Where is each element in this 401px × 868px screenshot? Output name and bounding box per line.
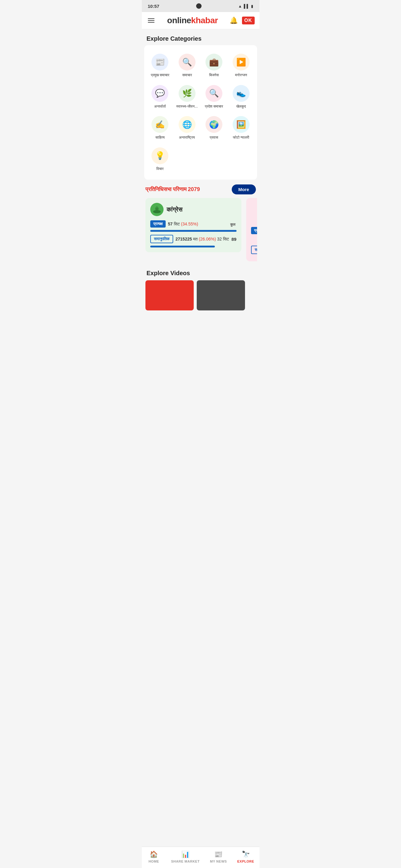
category-label-cat-9: साहित्य: [155, 135, 165, 140]
category-item-cat-3[interactable]: 💼 बिजनेस: [201, 50, 228, 82]
category-icon-cat-4: ▶️: [233, 54, 250, 70]
second-pratyaksha-row: प्रत्यक्ष: [251, 227, 257, 234]
category-icon-cat-7: 🔍: [205, 85, 222, 102]
category-label-cat-5: अन्तर्वार्ता: [154, 104, 166, 109]
ok-badge[interactable]: OK: [242, 17, 255, 24]
svg-point-1: [153, 210, 161, 213]
header-actions: 🔔 OK: [230, 17, 255, 24]
category-item-cat-13[interactable]: 💡 विचार: [147, 144, 174, 175]
samanupratik-bar: [150, 246, 215, 247]
main-content: Explore Categories 📰 प्रमुख समाचार 🔍 समा…: [142, 29, 259, 335]
second-pratyaksha-badge: प्रत्यक्ष: [251, 227, 257, 234]
samanupratik-total: 89: [231, 237, 236, 242]
category-label-cat-2: समाचार: [182, 73, 192, 78]
category-item-cat-1[interactable]: 📰 प्रमुख समाचार: [147, 50, 174, 82]
hamburger-menu[interactable]: [147, 17, 156, 24]
category-item-cat-12[interactable]: 🖼️ फोटो ग्यालरी: [228, 113, 255, 144]
category-label-cat-11: प्रवास: [210, 135, 218, 140]
more-button[interactable]: More: [232, 184, 256, 194]
election-title-pre: प्रतिनिधिसभा परिणाम: [145, 186, 188, 192]
video-thumbnails[interactable]: [142, 280, 259, 310]
category-label-cat-1: प्रमुख समाचार: [151, 73, 169, 78]
category-icon-cat-2: 🔍: [179, 54, 196, 70]
category-item-cat-8[interactable]: 👟 खेलकुद: [228, 82, 255, 113]
category-icon-cat-5: 💬: [151, 85, 168, 102]
category-label-cat-6: स्वास्थ्य-जीवन...: [176, 104, 198, 109]
samanupratik-badge: समानुपतिक: [150, 235, 173, 243]
status-time: 10:57: [148, 4, 159, 9]
samanupratik-text: 2715225 मत (26.06%) 32 सिट: [176, 237, 229, 242]
election-section: प्रतिनिधिसभा परिणाम 2079 More: [144, 184, 257, 261]
category-label-cat-3: बिजनेस: [209, 73, 219, 78]
logo-khabar: khabar: [191, 16, 218, 25]
pratyaksha-seats-text: 57 सिट (34.55%): [168, 221, 228, 227]
category-label-cat-12: फोटो ग्यालरी: [233, 135, 249, 140]
party-name-row: कांग्रेस: [150, 203, 236, 216]
election-title: प्रतिनिधिसभा परिणाम 2079: [145, 186, 200, 193]
category-icon-cat-3: 💼: [205, 54, 222, 70]
category-icon-cat-8: 👟: [233, 85, 250, 102]
samanupratik-row: समानुपतिक 2715225 मत (26.06%) 32 सिट 89: [150, 235, 236, 243]
second-samanupratik-row: समानुपतिक: [251, 246, 257, 254]
congress-logo: [150, 203, 164, 216]
category-label-cat-13: विचार: [156, 167, 164, 172]
explore-categories-section: Explore Categories 📰 प्रमुख समाचार 🔍 समा…: [142, 29, 259, 180]
video-thumb-2[interactable]: [197, 280, 245, 310]
battery-icon: ▮: [251, 4, 253, 8]
categories-grid: 📰 प्रमुख समाचार 🔍 समाचार 💼 बिजनेस ▶️ मनो…: [144, 45, 257, 180]
status-icons: ▲ ▌▌ ▮: [238, 4, 253, 8]
pratyaksha-badge: प्रत्यक्ष: [150, 220, 166, 227]
congress-party-card: कांग्रेस प्रत्यक्ष 57 सिट (34.55%) कुल स: [145, 198, 241, 252]
second-samanupratik-badge: समानुपतिक: [251, 246, 257, 254]
category-item-cat-11[interactable]: 🌍 प्रवास: [201, 113, 228, 144]
notification-bell-icon[interactable]: 🔔: [230, 17, 238, 24]
party-cards-scroll[interactable]: कांग्रेस प्रत्यक्ष 57 सिट (34.55%) कुल स: [144, 198, 257, 261]
congress-party-name: कांग्रेस: [167, 206, 182, 213]
category-item-cat-7[interactable]: 🔍 प्रदेश समाचार: [201, 82, 228, 113]
category-icon-cat-13: 💡: [151, 147, 168, 164]
wifi-icon: ▲: [238, 4, 242, 8]
category-item-cat-4[interactable]: ▶️ मनोरन्जन: [228, 50, 255, 82]
category-item-cat-6[interactable]: 🌿 स्वास्थ्य-जीवन...: [173, 82, 201, 113]
explore-videos-title: Explore Videos: [142, 264, 259, 280]
category-label-cat-7: प्रदेश समाचार: [205, 104, 223, 109]
category-item-cat-10[interactable]: 🌐 अन्तराष्ट्रिय: [173, 113, 201, 144]
category-item-cat-2[interactable]: 🔍 समाचार: [173, 50, 201, 82]
category-label-cat-10: अन्तराष्ट्रिय: [179, 135, 195, 140]
category-icon-cat-6: 🌿: [179, 85, 196, 102]
category-icon-cat-9: ✍️: [151, 116, 168, 133]
app-logo: onlinekhabar: [167, 16, 218, 25]
category-label-cat-8: खेलकुद: [236, 104, 246, 109]
category-label-cat-4: मनोरन्जन: [235, 73, 247, 78]
pratyaksha-row: प्रत्यक्ष 57 सिट (34.55%) कुल: [150, 220, 236, 227]
category-item-cat-5[interactable]: 💬 अन्तर्वार्ता: [147, 82, 174, 113]
election-title-year: 2079: [188, 186, 200, 192]
signal-icon: ▌▌: [244, 4, 249, 8]
explore-categories-title: Explore Categories: [142, 29, 259, 45]
pratyaksha-total: कुल: [230, 221, 236, 227]
camera-notch: [196, 3, 202, 9]
second-party-card: प्रत्यक्ष समानुपतिक: [246, 198, 257, 261]
election-header: प्रतिनिधिसभा परिणाम 2079 More: [144, 184, 257, 194]
pratyaksha-bar: [150, 230, 236, 232]
app-header: onlinekhabar 🔔 OK: [142, 12, 259, 29]
category-icon-cat-12: 🖼️: [233, 116, 250, 133]
category-icon-cat-1: 📰: [151, 54, 168, 70]
category-icon-cat-10: 🌐: [179, 116, 196, 133]
video-thumb-1[interactable]: [145, 280, 194, 310]
category-item-cat-9[interactable]: ✍️ साहित्य: [147, 113, 174, 144]
status-bar: 10:57 ▲ ▌▌ ▮: [142, 0, 259, 12]
logo-online: online: [167, 16, 191, 25]
explore-videos-section: Explore Videos: [142, 264, 259, 310]
category-icon-cat-11: 🌍: [205, 116, 222, 133]
